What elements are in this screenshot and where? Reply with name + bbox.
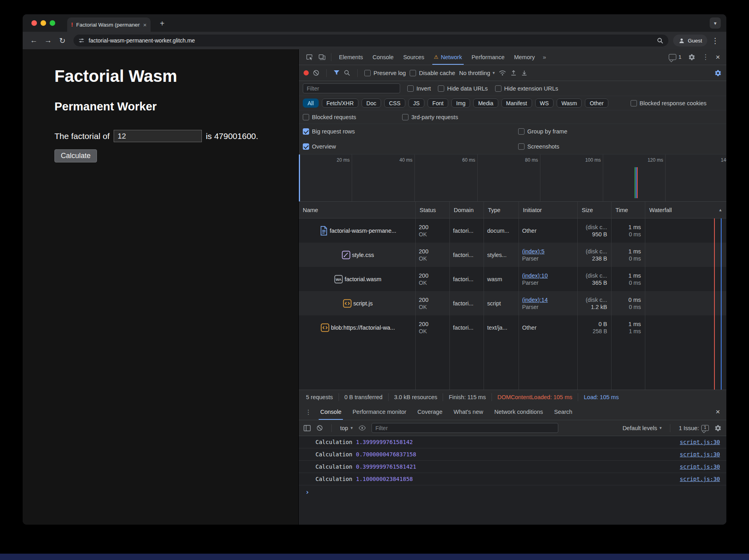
clear-console-icon[interactable] [316,425,323,431]
column-header-name[interactable]: Name [299,202,416,218]
devtools-close-icon[interactable]: × [716,53,720,62]
factorial-input[interactable] [114,130,202,142]
filter-chip-css[interactable]: CSS [384,98,405,108]
forward-icon[interactable]: → [42,34,54,47]
network-conditions-icon[interactable] [499,70,506,76]
column-header-size[interactable]: Size [578,202,612,218]
filter-chip-font[interactable]: Font [428,98,448,108]
devtools-tab-performance[interactable]: Performance [467,49,509,65]
more-tabs-icon[interactable]: » [540,54,549,60]
console-issues-counter[interactable]: 1 Issue: 1 [679,425,709,431]
filter-chip-all[interactable]: All [303,98,319,108]
blocked-response-cookies-checkbox[interactable] [631,100,637,106]
drawer-menu-icon[interactable]: ⋮ [302,406,315,418]
drawer-tab-network-conditions[interactable]: Network conditions [489,404,549,420]
column-header-status[interactable]: Status [416,202,450,218]
network-settings-gear-icon[interactable] [714,70,722,77]
filter-chip-manifest[interactable]: Manifest [501,98,532,108]
record-icon[interactable] [304,70,309,75]
log-levels-dropdown[interactable]: Default levels ▾ [623,425,662,431]
filter-chip-ws[interactable]: WS [535,98,554,108]
drawer-tab-performance-monitor[interactable]: Performance monitor [347,404,412,420]
devtools-tab-console[interactable]: Console [368,49,398,65]
zoom-icon[interactable] [657,37,664,44]
console-source-link[interactable]: script.js:30 [680,451,720,458]
filter-chip-media[interactable]: Media [473,98,498,108]
table-row[interactable]: style.css 200OK factori... styles... (in… [299,243,726,267]
column-header-type[interactable]: Type [484,202,519,218]
network-filter-input[interactable] [303,83,400,93]
export-har-icon[interactable] [521,70,528,76]
console-sidebar-icon[interactable] [304,425,311,431]
browser-menu-icon[interactable]: ⋮ [709,34,722,47]
drawer-tab-console[interactable]: Console [315,404,347,420]
console-source-link[interactable]: script.js:30 [680,463,720,470]
preserve-log-checkbox[interactable] [364,70,371,76]
clear-icon[interactable] [313,70,319,76]
group-by-frame-checkbox[interactable] [518,128,524,135]
network-overview-timeline[interactable]: 20 ms 40 ms 60 ms 80 ms 100 ms 120 ms 14… [299,154,726,202]
window-close-button[interactable] [31,20,37,26]
request-initiator-link[interactable]: (index):5 [522,248,574,255]
third-party-requests-checkbox[interactable] [402,114,408,120]
settings-gear-icon[interactable] [688,54,695,61]
disable-cache-checkbox[interactable] [410,70,416,76]
window-minimize-button[interactable] [41,20,46,26]
drawer-tab-whats-new[interactable]: What's new [448,404,489,420]
table-row[interactable]: factorial-wasm-permane... 200OK factori.… [299,218,726,243]
devtools-tab-memory[interactable]: Memory [509,49,540,65]
filter-chip-wasm[interactable]: Wasm [557,98,582,108]
console-source-link[interactable]: script.js:30 [680,439,720,445]
blocked-requests-checkbox[interactable] [303,114,309,120]
profile-button[interactable]: Guest [673,35,707,46]
invert-checkbox[interactable] [407,85,414,92]
back-icon[interactable]: ← [27,34,40,47]
issues-counter[interactable]: 1 [669,54,681,60]
throttling-dropdown[interactable]: No throttling ▾ [459,70,495,76]
new-tab-button[interactable]: + [157,18,167,29]
browser-tab[interactable]: ! Factorial Wasm (permanent W × [67,17,151,32]
column-header-time[interactable]: Time [612,202,645,218]
big-request-rows-checkbox[interactable] [303,128,309,135]
column-header-domain[interactable]: Domain [450,202,484,218]
screenshots-checkbox[interactable] [518,143,524,150]
filter-chip-doc[interactable]: Doc [362,98,381,108]
overview-checkbox[interactable] [303,143,309,150]
tab-close-icon[interactable]: × [143,21,147,28]
drawer-close-icon[interactable]: × [716,407,723,416]
calculate-button[interactable]: Calculate [54,149,97,162]
console-filter-input[interactable] [372,423,558,433]
address-bar[interactable]: factorial-wasm-permanent-worker.glitch.m… [74,35,668,46]
filter-chip-js[interactable]: JS [408,98,424,108]
table-row[interactable]: blob:https://factorial-wa... 200OK facto… [299,315,726,340]
filter-chip-fetch-xhr[interactable]: Fetch/XHR [322,98,358,108]
hide-data-urls-checkbox[interactable] [438,85,444,92]
table-row[interactable]: WA factorial.wasm 200OK factori... wasm … [299,267,726,291]
request-initiator-link[interactable]: (index):14 [522,297,574,303]
reload-icon[interactable]: ↻ [56,34,69,47]
eye-icon[interactable] [358,425,366,431]
tab-search-button[interactable]: ▾ [710,17,721,29]
column-header-waterfall[interactable]: Waterfall ▲ [645,202,726,218]
import-har-icon[interactable] [510,70,517,76]
device-toolbar-icon[interactable] [315,51,328,63]
console-prompt[interactable]: › [299,485,726,498]
request-initiator-link[interactable]: (index):10 [522,272,574,279]
table-row[interactable]: script.js 200OK factori... script (index… [299,291,726,315]
devtools-tab-sources[interactable]: Sources [399,49,429,65]
console-settings-gear-icon[interactable] [714,425,722,432]
inspect-element-icon[interactable] [303,51,315,63]
drawer-tab-search[interactable]: Search [548,404,578,420]
hide-extension-urls-checkbox[interactable] [495,85,501,92]
overview-left-handle[interactable] [299,154,300,201]
window-fullscreen-button[interactable] [50,20,55,26]
devtools-tab-network[interactable]: ⚠ Network [429,49,467,65]
console-source-link[interactable]: script.js:30 [680,476,720,482]
search-icon[interactable] [344,70,350,76]
filter-chip-img[interactable]: Img [451,98,470,108]
devtools-menu-icon[interactable]: ⋮ [702,53,709,61]
drawer-tab-coverage[interactable]: Coverage [412,404,448,420]
site-settings-icon[interactable] [78,37,85,44]
filter-funnel-icon[interactable] [333,70,340,76]
console-context-dropdown[interactable]: top ▾ [340,425,353,431]
